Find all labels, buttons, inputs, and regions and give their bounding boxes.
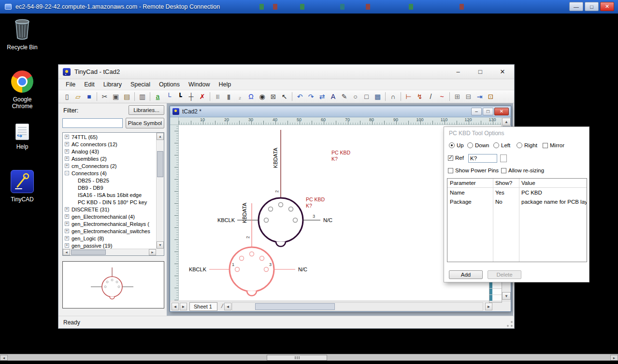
maximize-button[interactable]: □ <box>474 67 487 77</box>
image-icon[interactable]: ▩ <box>373 92 383 102</box>
rdp-horizontal-scrollbar[interactable]: ◄ ► <box>0 354 618 361</box>
copy-icon[interactable]: ▣ <box>111 92 121 102</box>
rotate-right-icon[interactable]: ↷ <box>306 92 316 102</box>
expand-icon[interactable]: + <box>65 243 69 248</box>
library-tree-item[interactable]: +gen_Electromechanical_switches <box>63 227 156 235</box>
delete-button[interactable]: Delete <box>488 270 521 279</box>
close-button[interactable]: ✕ <box>496 67 509 77</box>
radio-right-icon[interactable] <box>517 142 522 148</box>
library-tree-item[interactable]: +Analog (43) <box>63 148 156 155</box>
squiggle-icon[interactable]: ~ <box>437 92 447 102</box>
placed-symbol[interactable]: KBDATA 2 KBCLK 3 N/C PC KBD K? <box>217 130 332 247</box>
cut-icon[interactable]: ✂ <box>100 92 110 102</box>
radio-up-icon[interactable] <box>449 142 455 148</box>
expand-icon[interactable]: + <box>65 164 69 168</box>
library-tree-item[interactable]: ISA16 - ISA bus 16bit edge <box>63 191 156 198</box>
print-icon[interactable]: ▥ <box>137 92 147 102</box>
show-power-pins-checkbox[interactable] <box>448 168 453 173</box>
menu-options[interactable]: Options <box>155 80 184 89</box>
scroll-up-button[interactable]: ▲ <box>157 133 164 140</box>
save-file-icon[interactable]: ■ <box>84 92 94 102</box>
desktop-icon-tinycad[interactable]: TinyCAD <box>4 170 41 203</box>
columns-icon[interactable]: ||| <box>213 92 223 102</box>
ref-option[interactable]: Ref <box>448 155 464 161</box>
param-table-row[interactable]: PackageNopackage name for PCB layout <box>447 197 587 206</box>
orientation-down-option[interactable]: Down <box>467 142 489 148</box>
block-symbol-icon[interactable]: ⊡ <box>486 92 496 102</box>
scroll-left-button[interactable]: ◄ <box>0 355 8 361</box>
open-file-icon[interactable]: ▱ <box>73 92 83 102</box>
library-tree-item[interactable]: DB9 - DB9 <box>63 184 156 191</box>
expand-icon[interactable]: + <box>65 236 69 240</box>
allow-resizing-option[interactable]: Allow re-sizing <box>501 168 544 173</box>
maximize-button[interactable]: □ <box>585 2 599 11</box>
pin-icon[interactable]: ⊢ <box>403 92 414 102</box>
power-icon[interactable]: ↯ <box>415 92 425 102</box>
drag-preview-symbol[interactable]: KBDATA 2 1 KBCLK 3 N/C <box>189 202 307 295</box>
menu-edit[interactable]: Edit <box>80 80 99 89</box>
rotate-left-icon[interactable]: ↶ <box>295 92 305 102</box>
sheet-next-button[interactable]: ► <box>180 303 187 310</box>
canvas-hscroll-thumb[interactable] <box>255 303 335 310</box>
polygon-icon[interactable]: ✎ <box>339 92 349 102</box>
scroll-down-button[interactable]: ▼ <box>157 241 164 249</box>
new-file-icon[interactable]: ▯ <box>62 92 72 102</box>
sheet-prev-button[interactable]: ◄ <box>172 303 179 310</box>
scroll-right-button[interactable]: ► <box>485 303 492 310</box>
scroll-right-button[interactable]: ► <box>149 249 156 255</box>
block-export-icon[interactable]: ⊟ <box>463 92 474 102</box>
expand-icon[interactable]: + <box>65 135 69 139</box>
mirror-checkbox[interactable] <box>543 143 548 148</box>
wire-icon[interactable]: └ <box>164 92 174 102</box>
allow-resizing-checkbox[interactable] <box>501 168 506 173</box>
bus-icon[interactable]: ┗ <box>175 92 185 102</box>
menu-special[interactable]: Special <box>126 80 155 89</box>
flip-icon[interactable]: ⇄ <box>317 92 327 102</box>
library-tree-item[interactable]: +cm_Connectors (2) <box>63 162 156 169</box>
menu-window[interactable]: Window <box>184 80 214 89</box>
block-move-icon[interactable]: ⇥ <box>474 92 485 102</box>
library-tree-item[interactable]: +gen_Logic (8) <box>63 235 156 242</box>
no-connect-icon[interactable]: Ω <box>246 92 256 102</box>
menu-library[interactable]: Library <box>99 80 126 89</box>
paste-icon[interactable]: ▤ <box>122 92 132 102</box>
desktop-icon-google-chrome[interactable]: Google Chrome <box>4 70 41 110</box>
line-icon[interactable]: / <box>426 92 436 102</box>
library-tree-item[interactable]: +74TTL (65) <box>63 133 156 140</box>
tree-scroll-thumb[interactable] <box>157 151 163 177</box>
annotate-icon[interactable]: a <box>153 92 163 102</box>
tree-horizontal-scrollbar[interactable]: ◄ ► <box>63 249 156 255</box>
orientation-left-option[interactable]: Left <box>493 142 510 148</box>
tree-vertical-scrollbar[interactable]: ▲ ▼ <box>156 133 164 249</box>
minimize-button[interactable]: – <box>451 67 465 77</box>
desktop-icon-recycle-bin[interactable]: Recycle Bin <box>4 17 41 51</box>
ref-input[interactable] <box>468 154 497 163</box>
expand-icon[interactable]: + <box>65 207 69 211</box>
filter-input[interactable] <box>62 118 123 128</box>
expand-icon[interactable]: + <box>65 142 69 146</box>
minimize-button[interactable]: — <box>569 2 583 11</box>
orientation-up-option[interactable]: Up <box>449 142 464 148</box>
zoom-window-icon[interactable]: ⊠ <box>268 92 278 102</box>
sheet-tab[interactable]: Sheet 1 <box>189 302 217 311</box>
side-toolbar-button[interactable] <box>489 282 502 289</box>
place-symbol-button[interactable]: Place Symbol <box>126 118 164 128</box>
desktop-icon-help[interactable]: ↪ Help <box>4 124 41 150</box>
minimize-button[interactable]: – <box>471 108 482 115</box>
scroll-up-button[interactable]: ▲ <box>502 118 511 126</box>
block-import-icon[interactable]: ⊞ <box>452 92 462 102</box>
library-tree-item[interactable]: +gen_Electromechanical (4) <box>63 213 156 220</box>
close-button[interactable]: ✕ <box>494 108 509 115</box>
library-tree-item[interactable]: +AC connectors (12) <box>63 140 156 148</box>
app-titlebar[interactable]: TinyCad - tCad2 – □ ✕ <box>58 65 514 79</box>
expand-icon[interactable]: + <box>65 156 69 161</box>
resize-grip[interactable] <box>506 321 513 327</box>
side-toolbar-button[interactable] <box>489 295 502 301</box>
text-icon[interactable]: A <box>328 92 338 102</box>
show-power-pins-option[interactable]: Show Power Pins <box>448 168 499 173</box>
radio-down-icon[interactable] <box>467 142 473 148</box>
subscript-icon[interactable]: ₂ <box>235 92 245 102</box>
restore-button[interactable]: □ <box>483 108 493 115</box>
collapse-icon[interactable]: - <box>65 171 69 175</box>
ellipse-icon[interactable]: ○ <box>350 92 360 102</box>
